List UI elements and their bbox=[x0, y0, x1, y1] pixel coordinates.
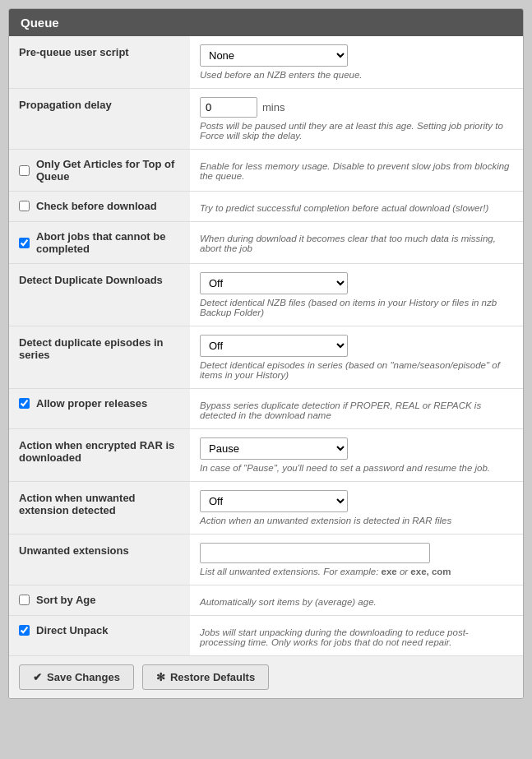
hint-only-get-articles: Enable for less memory usage. Disable to… bbox=[200, 161, 513, 181]
input-unwanted-extensions[interactable] bbox=[200, 543, 430, 563]
row-only-get-articles: Only Get Articles for Top of QueueEnable… bbox=[9, 150, 523, 192]
restore-label: Restore Defaults bbox=[170, 671, 255, 683]
row-propagation-delay: Propagation delayminsPosts will be pause… bbox=[9, 89, 523, 150]
save-button[interactable]: ✔ Save Changes bbox=[19, 664, 134, 690]
row-sort-by-age: Sort by AgeAutomatically sort items by (… bbox=[9, 585, 523, 616]
hint-direct-unpack: Jobs will start unpacking during the dow… bbox=[200, 627, 513, 647]
hint-detect-duplicate-episodes: Detect identical episodes in series (bas… bbox=[200, 360, 513, 380]
value-cell-action-encrypted-rar: PauseAbortOffIn case of "Pause", you'll … bbox=[190, 429, 523, 482]
label-cell-sort-by-age: Sort by Age bbox=[9, 585, 190, 616]
label-cell-unwanted-extensions: Unwanted extensions bbox=[9, 535, 190, 585]
hint-action-unwanted-extension: Action when an unwanted extension is det… bbox=[200, 516, 513, 525]
value-cell-action-unwanted-extension: OffPauseAbortAction when an unwanted ext… bbox=[190, 482, 523, 535]
value-cell-detect-duplicate-episodes: OffOnDetect identical episodes in series… bbox=[190, 326, 523, 389]
value-cell-allow-proper-releases: Bypass series duplicate detection if PRO… bbox=[190, 389, 523, 429]
checkbox-direct-unpack[interactable] bbox=[19, 625, 30, 636]
row-direct-unpack: Direct UnpackJobs will start unpacking d… bbox=[9, 616, 523, 656]
hint-propagation-delay: Posts will be paused until they are at l… bbox=[200, 121, 513, 141]
settings-container: Queue Pre-queue user scriptNoneUsed befo… bbox=[8, 8, 524, 699]
label-cell-action-encrypted-rar: Action when encrypted RAR is downloaded bbox=[9, 429, 190, 482]
label-text-direct-unpack: Direct Unpack bbox=[36, 624, 108, 636]
value-cell-direct-unpack: Jobs will start unpacking during the dow… bbox=[190, 616, 523, 656]
value-cell-detect-duplicate-downloads: OffOnDetect identical NZB files (based o… bbox=[190, 264, 523, 326]
label-cell-detect-duplicate-downloads: Detect Duplicate Downloads bbox=[9, 264, 190, 326]
restore-defaults-button[interactable]: ✻ Restore Defaults bbox=[142, 664, 269, 690]
unit-propagation-delay: mins bbox=[262, 101, 285, 113]
row-action-encrypted-rar: Action when encrypted RAR is downloadedP… bbox=[9, 429, 523, 482]
hint-abort-jobs: When during download it becomes clear th… bbox=[200, 234, 513, 253]
value-cell-propagation-delay: minsPosts will be paused until they are … bbox=[190, 89, 523, 150]
label-text-abort-jobs: Abort jobs that cannot be completed bbox=[36, 230, 180, 255]
label-cell-propagation-delay: Propagation delay bbox=[9, 89, 190, 150]
value-cell-pre-queue-script: NoneUsed before an NZB enters the queue. bbox=[190, 36, 523, 89]
restore-icon: ✻ bbox=[156, 671, 165, 683]
select-detect-duplicate-downloads[interactable]: OffOn bbox=[200, 272, 348, 294]
select-action-encrypted-rar[interactable]: PauseAbortOff bbox=[200, 437, 348, 460]
label-cell-detect-duplicate-episodes: Detect duplicate episodes in series bbox=[9, 326, 190, 389]
section-header: Queue bbox=[9, 9, 523, 36]
select-detect-duplicate-episodes[interactable]: OffOn bbox=[200, 335, 348, 357]
value-cell-unwanted-extensions: List all unwanted extensions. For exampl… bbox=[190, 535, 523, 585]
label-text-check-before-download: Check before download bbox=[36, 200, 157, 212]
label-cell-abort-jobs: Abort jobs that cannot be completed bbox=[9, 222, 190, 264]
label-text-sort-by-age: Sort by Age bbox=[36, 594, 95, 606]
input-propagation-delay[interactable] bbox=[200, 97, 257, 118]
value-cell-check-before-download: Try to predict successful completion bef… bbox=[190, 192, 523, 222]
row-abort-jobs: Abort jobs that cannot be completedWhen … bbox=[9, 222, 523, 264]
row-unwanted-extensions: Unwanted extensionsList all unwanted ext… bbox=[9, 535, 523, 585]
checkbox-only-get-articles[interactable] bbox=[19, 165, 30, 176]
row-action-unwanted-extension: Action when unwanted extension detectedO… bbox=[9, 482, 523, 535]
hint-unwanted-extensions: List all unwanted extensions. For exampl… bbox=[200, 567, 513, 576]
value-cell-only-get-articles: Enable for less memory usage. Disable to… bbox=[190, 150, 523, 192]
checkbox-allow-proper-releases[interactable] bbox=[19, 398, 30, 409]
label-cell-action-unwanted-extension: Action when unwanted extension detected bbox=[9, 482, 190, 535]
checkbox-abort-jobs[interactable] bbox=[19, 238, 30, 248]
select-pre-queue-script[interactable]: None bbox=[200, 44, 348, 67]
hint-sort-by-age: Automatically sort items by (average) ag… bbox=[200, 597, 513, 607]
label-cell-only-get-articles: Only Get Articles for Top of Queue bbox=[9, 150, 190, 192]
hint-pre-queue-script: Used before an NZB enters the queue. bbox=[200, 70, 513, 80]
hint-allow-proper-releases: Bypass series duplicate detection if PRO… bbox=[200, 400, 513, 420]
save-label: Save Changes bbox=[47, 671, 120, 683]
hint-detect-duplicate-downloads: Detect identical NZB files (based on ite… bbox=[200, 298, 513, 317]
label-text-allow-proper-releases: Allow proper releases bbox=[36, 397, 147, 410]
footer: ✔ Save Changes ✻ Restore Defaults bbox=[9, 655, 523, 698]
row-detect-duplicate-downloads: Detect Duplicate DownloadsOffOnDetect id… bbox=[9, 264, 523, 326]
label-cell-pre-queue-script: Pre-queue user script bbox=[9, 36, 190, 89]
label-text-only-get-articles: Only Get Articles for Top of Queue bbox=[36, 158, 180, 183]
hint-check-before-download: Try to predict successful completion bef… bbox=[200, 203, 513, 213]
label-cell-allow-proper-releases: Allow proper releases bbox=[9, 389, 190, 429]
row-allow-proper-releases: Allow proper releasesBypass series dupli… bbox=[9, 389, 523, 429]
label-cell-direct-unpack: Direct Unpack bbox=[9, 616, 190, 656]
checkbox-sort-by-age[interactable] bbox=[19, 595, 30, 605]
row-check-before-download: Check before downloadTry to predict succ… bbox=[9, 192, 523, 222]
select-action-unwanted-extension[interactable]: OffPauseAbort bbox=[200, 490, 348, 512]
value-cell-abort-jobs: When during download it becomes clear th… bbox=[190, 222, 523, 264]
row-detect-duplicate-episodes: Detect duplicate episodes in seriesOffOn… bbox=[9, 326, 523, 389]
value-cell-sort-by-age: Automatically sort items by (average) ag… bbox=[190, 585, 523, 616]
checkbox-check-before-download[interactable] bbox=[19, 201, 30, 211]
hint-action-encrypted-rar: In case of "Pause", you'll need to set a… bbox=[200, 463, 513, 473]
section-title: Queue bbox=[21, 16, 59, 30]
label-cell-check-before-download: Check before download bbox=[9, 192, 190, 222]
settings-table: Pre-queue user scriptNoneUsed before an … bbox=[9, 36, 523, 655]
save-icon: ✔ bbox=[33, 671, 42, 683]
row-pre-queue-script: Pre-queue user scriptNoneUsed before an … bbox=[9, 36, 523, 89]
